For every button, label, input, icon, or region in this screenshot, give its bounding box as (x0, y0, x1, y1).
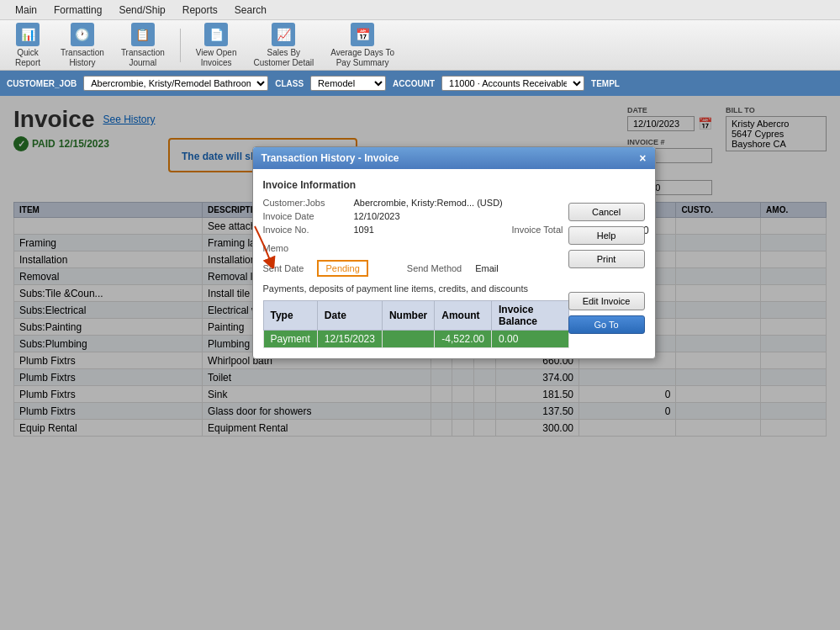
pay-number-cell (382, 331, 434, 348)
account-select[interactable]: 11000 · Accounts Receivable (441, 76, 584, 91)
pay-col-number: Number (382, 301, 434, 331)
help-button[interactable]: Help (568, 226, 645, 245)
view-open-invoices-button[interactable]: 📄 View OpenInvoices (191, 19, 242, 71)
transaction-journal-icon: 📋 (131, 23, 155, 46)
quick-report-label: QuickReport (15, 48, 40, 68)
sales-by-customer-button[interactable]: 📈 Sales ByCustomer Detail (249, 19, 320, 71)
customer-jobs-label: Customer:Jobs (263, 198, 347, 208)
transaction-history-button[interactable]: 🕐 TransactionHistory (55, 19, 109, 71)
annotation-arrow (252, 218, 288, 268)
menu-search[interactable]: Search (226, 1, 275, 19)
sales-by-customer-label: Sales ByCustomer Detail (254, 48, 314, 68)
customer-job-label: CUSTOMER_JOB (7, 79, 77, 88)
pay-col-amount: Amount (435, 301, 492, 331)
pay-col-date: Date (317, 301, 382, 331)
toolbar: 📊 QuickReport 🕐 TransactionHistory 📋 Tra… (0, 20, 840, 71)
average-days-label: Average Days ToPay Summary (330, 48, 394, 68)
menu-formatting[interactable]: Formatting (45, 1, 110, 19)
average-days-icon: 📅 (351, 23, 374, 46)
pay-date-cell: 12/15/2023 (317, 331, 382, 348)
invoice-date-value: 12/10/2023 (354, 211, 505, 221)
transaction-journal-button[interactable]: 📋 TransactionJournal (116, 19, 170, 71)
transaction-history-label: TransactionHistory (61, 48, 104, 68)
pay-amount-cell: -4,522.00 (435, 331, 492, 348)
menu-sendship[interactable]: Send/Ship (110, 1, 173, 19)
view-open-invoices-icon: 📄 (204, 23, 228, 46)
menu-reports[interactable]: Reports (174, 1, 226, 19)
quick-report-icon: 📊 (16, 23, 40, 46)
pay-balance-cell: 0.00 (491, 331, 568, 348)
invoice-info-title: Invoice Information (263, 179, 645, 191)
customer-jobs-value: Abercrombie, Kristy:Remod... (USD) (354, 198, 505, 208)
menu-bar: Main Formatting Send/Ship Reports Search (0, 0, 840, 20)
customer-job-select[interactable]: Abercrombie, Kristy/Remodel Bathroom (83, 76, 268, 91)
sales-by-customer-icon: 📈 (272, 23, 295, 46)
quick-report-button[interactable]: 📊 QuickReport (7, 19, 49, 71)
go-to-button[interactable]: Go To (568, 315, 645, 334)
pay-col-type: Type (263, 301, 317, 331)
send-method-label: Send Method (407, 263, 462, 273)
transaction-history-icon: 🕐 (71, 23, 94, 46)
main-content: Invoice See History ✓ PAID 12/15/2023 Th… (0, 96, 840, 630)
account-label: ACCOUNT (393, 79, 435, 88)
customer-bar: CUSTOMER_JOB Abercrombie, Kristy/Remodel… (0, 71, 840, 96)
class-label: CLASS (275, 79, 304, 88)
average-days-button[interactable]: 📅 Average Days ToPay Summary (325, 19, 399, 71)
invoice-no-value: 1091 (354, 225, 505, 236)
view-open-invoices-label: View OpenInvoices (196, 48, 237, 68)
payment-row: Payment 12/15/2023 -4,522.00 0.00 (263, 331, 568, 348)
modal-close-button[interactable]: × (639, 151, 646, 165)
modal-overlay: Transaction History - Invoice × Cancel H… (0, 96, 840, 630)
transaction-journal-label: TransactionJournal (121, 48, 165, 68)
modal-title: Transaction History - Invoice (262, 152, 399, 164)
sent-date-value[interactable]: Pending (317, 260, 367, 277)
transaction-history-modal: Transaction History - Invoice × Cancel H… (252, 146, 656, 359)
modal-body: Cancel Help Print Edit Invoice Go To Inv… (253, 169, 655, 358)
modal-header: Transaction History - Invoice × (253, 147, 655, 169)
template-label: TEMPL (591, 79, 620, 88)
toolbar-separator (180, 29, 181, 62)
send-method-value: Email (475, 263, 499, 273)
pay-col-balance: Invoice Balance (491, 301, 568, 331)
edit-invoice-button[interactable]: Edit Invoice (568, 292, 645, 310)
menu-main[interactable]: Main (7, 1, 45, 19)
cancel-button[interactable]: Cancel (568, 203, 645, 221)
pay-type-cell: Payment (263, 331, 317, 348)
payment-table: Type Date Number Amount Invoice Balance … (263, 300, 569, 348)
class-select[interactable]: Remodel (310, 76, 386, 91)
